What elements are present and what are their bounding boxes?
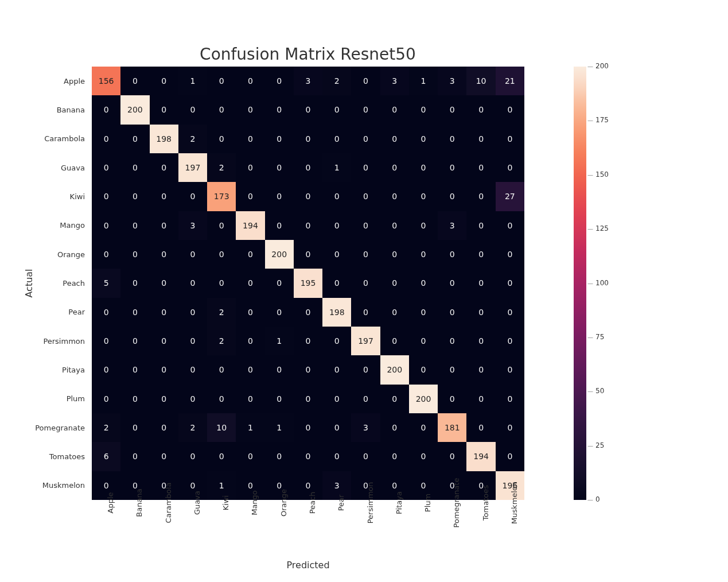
heatmap-cell: 21 xyxy=(496,67,524,95)
heatmap-cell: 2 xyxy=(207,327,236,355)
heatmap-cell: 0 xyxy=(496,95,524,124)
heatmap-cell: 0 xyxy=(265,182,294,211)
heatmap-cell: 156 xyxy=(92,67,120,95)
heatmap-cell: 0 xyxy=(351,240,380,269)
x-tick-label: Peach xyxy=(294,503,322,554)
heatmap-cell: 0 xyxy=(496,385,524,413)
heatmap-cell: 0 xyxy=(409,327,438,355)
heatmap-cell: 1 xyxy=(265,327,294,355)
heatmap-cell: 0 xyxy=(466,355,495,384)
heatmap-cell: 0 xyxy=(466,298,495,327)
heatmap-cell: 0 xyxy=(265,298,294,327)
heatmap-cell: 0 xyxy=(120,67,149,95)
colorbar-tick: 50 xyxy=(587,387,604,395)
heatmap-cell: 0 xyxy=(322,327,351,355)
heatmap-cell: 0 xyxy=(150,153,178,182)
colorbar-tick: 25 xyxy=(587,441,604,449)
heatmap-cell: 2 xyxy=(178,125,207,153)
heatmap-cell: 0 xyxy=(409,413,438,442)
heatmap-cell: 0 xyxy=(207,442,236,471)
x-tick-label: Tomatoes xyxy=(466,503,495,554)
heatmap-cell: 0 xyxy=(294,211,322,240)
x-tick-label: Orange xyxy=(265,503,294,554)
y-tick-label: Apple xyxy=(0,67,88,95)
y-tick-label: Muskmelon xyxy=(0,471,88,500)
heatmap-cell: 0 xyxy=(150,298,178,327)
heatmap-cell: 0 xyxy=(409,95,438,124)
heatmap-cell: 0 xyxy=(265,211,294,240)
heatmap-cell: 194 xyxy=(236,211,264,240)
heatmap-cell: 1 xyxy=(178,67,207,95)
heatmap-cell: 0 xyxy=(178,327,207,355)
heatmap-cell: 200 xyxy=(265,240,294,269)
heatmap-cell: 0 xyxy=(322,182,351,211)
heatmap-cell: 198 xyxy=(150,125,178,153)
heatmap-cell: 0 xyxy=(351,182,380,211)
heatmap-cell: 0 xyxy=(380,385,409,413)
heatmap-cell: 0 xyxy=(294,327,322,355)
heatmap-cell: 0 xyxy=(496,153,524,182)
heatmap-cell: 0 xyxy=(466,240,495,269)
heatmap-cell: 0 xyxy=(92,298,120,327)
x-tick-label: Pomegranate xyxy=(438,503,466,554)
heatmap-cell: 0 xyxy=(438,95,466,124)
heatmap-cell: 0 xyxy=(178,182,207,211)
heatmap-cell: 0 xyxy=(380,442,409,471)
heatmap-cell: 0 xyxy=(409,211,438,240)
heatmap-cell: 0 xyxy=(207,67,236,95)
heatmap-cell: 10 xyxy=(207,413,236,442)
heatmap-cell: 1 xyxy=(322,153,351,182)
heatmap-cell: 2 xyxy=(92,413,120,442)
x-tick-label: Banana xyxy=(120,503,149,554)
heatmap-cell: 0 xyxy=(294,442,322,471)
heatmap-cell: 0 xyxy=(120,182,149,211)
heatmap-cell: 0 xyxy=(150,442,178,471)
x-tick-label: Mango xyxy=(236,503,264,554)
heatmap-cell: 3 xyxy=(351,413,380,442)
colorbar-tick: 200 xyxy=(587,62,609,70)
heatmap-cell: 0 xyxy=(236,298,264,327)
y-tick-label: Pomegranate xyxy=(0,413,88,442)
x-tick-label: Plum xyxy=(409,503,438,554)
heatmap-cell: 0 xyxy=(178,95,207,124)
heatmap-cell: 0 xyxy=(466,182,495,211)
heatmap-cell: 0 xyxy=(120,298,149,327)
heatmap-cell: 0 xyxy=(409,182,438,211)
colorbar-tick: 75 xyxy=(587,333,604,341)
colorbar-ticks: 0255075100125150175200 xyxy=(587,67,616,500)
heatmap-cell: 3 xyxy=(380,67,409,95)
colorbar xyxy=(574,67,586,500)
heatmap-cell: 197 xyxy=(351,327,380,355)
heatmap-cell: 0 xyxy=(236,95,264,124)
y-tick-label: Banana xyxy=(0,95,88,124)
x-tick-label: Kiwi xyxy=(207,503,236,554)
heatmap-cell: 27 xyxy=(496,182,524,211)
heatmap-cell: 0 xyxy=(409,355,438,384)
heatmap-cell: 0 xyxy=(236,327,264,355)
heatmap-cell: 1 xyxy=(265,413,294,442)
heatmap-cell: 0 xyxy=(265,67,294,95)
heatmap-cell: 0 xyxy=(322,211,351,240)
heatmap-cell: 6 xyxy=(92,442,120,471)
heatmap-cell: 0 xyxy=(466,327,495,355)
heatmap-cell: 0 xyxy=(294,95,322,124)
heatmap-cell: 0 xyxy=(265,95,294,124)
heatmap-cell: 0 xyxy=(322,95,351,124)
heatmap-cell: 0 xyxy=(236,385,264,413)
heatmap-cell: 0 xyxy=(207,211,236,240)
heatmap-cell: 0 xyxy=(438,125,466,153)
heatmap-cell: 0 xyxy=(351,385,380,413)
heatmap-cell: 0 xyxy=(120,385,149,413)
heatmap-cell: 1 xyxy=(409,67,438,95)
heatmap-cell: 0 xyxy=(351,125,380,153)
heatmap-cell: 0 xyxy=(265,153,294,182)
heatmap-cell: 0 xyxy=(265,125,294,153)
heatmap-cell: 0 xyxy=(178,269,207,297)
heatmap-cell: 0 xyxy=(409,269,438,297)
x-tick-label: Persimmon xyxy=(351,503,380,554)
heatmap-cell: 0 xyxy=(322,413,351,442)
heatmap-cell: 173 xyxy=(207,182,236,211)
heatmap-cell: 0 xyxy=(178,298,207,327)
heatmap-cell: 0 xyxy=(438,355,466,384)
heatmap-cell: 0 xyxy=(150,385,178,413)
